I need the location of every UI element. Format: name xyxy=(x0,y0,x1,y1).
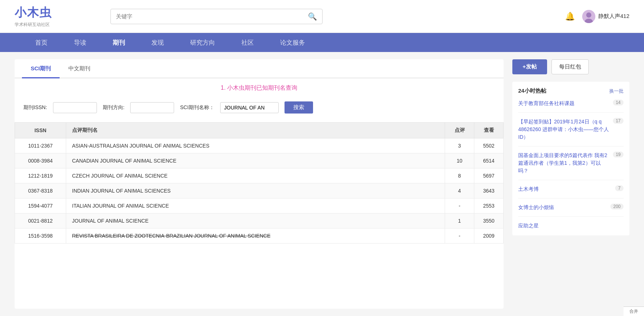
cell-view: 6514 xyxy=(474,153,504,168)
search-box: 🔍 xyxy=(110,9,323,24)
direction-input[interactable] xyxy=(130,102,174,113)
cell-review: 10 xyxy=(445,153,474,168)
cell-review: 3 xyxy=(445,138,474,153)
table-row[interactable]: 0008-3984CANADIAN JOURNAL OF ANIMAL SCIE… xyxy=(15,153,504,168)
nav-home[interactable]: 首页 xyxy=(22,33,61,52)
cell-issn: 1516-3598 xyxy=(15,228,66,243)
hot-post-item: 土木考博7 xyxy=(518,185,624,198)
logo-text: 小木虫 xyxy=(15,5,52,21)
nav-journal[interactable]: 期刊 xyxy=(99,33,138,52)
refresh-link[interactable]: 换一批 xyxy=(609,88,624,94)
post-button[interactable]: +发帖 xyxy=(512,59,547,74)
user-menu[interactable]: 静默人声412 xyxy=(582,10,629,23)
issn-label: 期刊ISSN: xyxy=(23,104,47,111)
search-input[interactable] xyxy=(116,13,308,19)
journal-table: ISSN 点评期刊名 点评 查看 1011-2367ASIAN-AUSTRALA… xyxy=(15,122,504,243)
announcement-link[interactable]: 1. 小木虫期刊已知期刊名查询 xyxy=(221,85,298,91)
avatar xyxy=(582,10,595,23)
table-row[interactable]: 1516-3598REVISTA BRASILEIRA DE ZOOTECNIA… xyxy=(15,228,504,243)
table-row[interactable]: 1594-4077ITALIAN JOURNAL OF ANIMAL SCIEN… xyxy=(15,198,504,213)
cell-issn: 0367-8318 xyxy=(15,183,66,198)
cell-journal-name[interactable]: ITALIAN JOURNAL OF ANIMAL SCIENCE xyxy=(66,198,445,213)
hot-post-item: 应助之星 xyxy=(518,222,624,230)
cell-review: - xyxy=(445,228,474,243)
hot-posts-panel: 24小时热帖 换一批 关于教育部任务社科课题14【早起签到贴】2019年1月24… xyxy=(512,82,629,235)
tab-chinese[interactable]: 中文期刊 xyxy=(60,59,99,78)
cell-issn: 0008-3984 xyxy=(15,153,66,168)
svg-point-1 xyxy=(586,12,591,18)
cell-journal-name[interactable]: JOURNAL OF ANIMAL SCIENCE xyxy=(66,213,445,228)
hot-post-count: 200 xyxy=(610,204,624,209)
hot-post-count: 14 xyxy=(613,100,624,105)
hot-posts-title: 24小时热帖 xyxy=(518,88,546,94)
sidebar: +发帖 每日红包 24小时热帖 换一批 关于教育部任务社科课题14【早起签到贴】… xyxy=(512,59,629,309)
header-right: 🔔 静默人声412 xyxy=(565,10,629,23)
hot-post-text[interactable]: 关于教育部任务社科课题 xyxy=(518,100,609,107)
logo-sub: 学术科研互动社区 xyxy=(15,22,52,28)
cell-issn: 1594-4077 xyxy=(15,198,66,213)
cell-view: 5697 xyxy=(474,168,504,183)
hot-post-text[interactable]: 应助之星 xyxy=(518,222,624,230)
hot-post-item: 女博士的小烦恼200 xyxy=(518,204,624,217)
logo-area: 小木虫 学术科研互动社区 xyxy=(15,5,52,28)
cell-review: - xyxy=(445,198,474,213)
search-submit-btn[interactable]: 搜索 xyxy=(285,101,313,114)
bell-icon[interactable]: 🔔 xyxy=(565,12,575,21)
cell-review: 1 xyxy=(445,213,474,228)
cell-view: 2553 xyxy=(474,198,504,213)
hot-post-text[interactable]: 【早起签到贴】2019年1月24日（q q 48626260 进群申请：小木虫—… xyxy=(518,118,609,141)
content-area: SCI期刊 中文期刊 1. 小木虫期刊已知期刊名查询 期刊ISSN: 期刊方向:… xyxy=(15,59,504,309)
announcement: 1. 小木虫期刊已知期刊名查询 xyxy=(15,78,504,96)
hot-posts-header: 24小时热帖 换一批 xyxy=(518,88,624,94)
name-input[interactable] xyxy=(220,102,279,113)
journal-search-form: 期刊ISSN: 期刊方向: SCI期刊名称： 搜索 xyxy=(15,96,504,119)
cell-issn: 1011-2367 xyxy=(15,138,66,153)
nav-discover[interactable]: 发现 xyxy=(138,33,177,52)
cell-journal-name[interactable]: CZECH JOURNAL OF ANIMAL SCIENCE xyxy=(66,168,445,183)
issn-input[interactable] xyxy=(53,102,97,113)
nav-research[interactable]: 研究方向 xyxy=(177,33,228,52)
nav-guide[interactable]: 导读 xyxy=(61,33,99,52)
cell-issn: 0021-8812 xyxy=(15,213,66,228)
tab-sci[interactable]: SCI期刊 xyxy=(22,59,60,78)
table-row[interactable]: 1212-1819CZECH JOURNAL OF ANIMAL SCIENCE… xyxy=(15,168,504,183)
cell-journal-name[interactable]: ASIAN-AUSTRALASIAN JOURNAL OF ANIMAL SCI… xyxy=(66,138,445,153)
header: 小木虫 学术科研互动社区 🔍 🔔 静默人声412 xyxy=(0,0,644,33)
table-row[interactable]: 0021-8812JOURNAL OF ANIMAL SCIENCE13550 xyxy=(15,213,504,228)
table-row[interactable]: 0367-8318INDIAN JOURNAL OF ANIMAL SCIENC… xyxy=(15,183,504,198)
hot-post-text[interactable]: 土木考博 xyxy=(518,185,611,193)
table-row[interactable]: 1011-2367ASIAN-AUSTRALASIAN JOURNAL OF A… xyxy=(15,138,504,153)
cell-journal-name[interactable]: REVISTA BRASILEIRA DE ZOOTECNIA-BRAZILIA… xyxy=(66,228,445,243)
redpack-button[interactable]: 每日红包 xyxy=(551,59,589,74)
nav-paper-service[interactable]: 论文服务 xyxy=(267,33,318,52)
cell-view: 3550 xyxy=(474,213,504,228)
col-header-name: 点评期刊名 xyxy=(66,123,445,138)
cell-review: 4 xyxy=(445,183,474,198)
search-button[interactable]: 🔍 xyxy=(308,12,317,21)
direction-label: 期刊方向: xyxy=(103,104,125,111)
cell-journal-name[interactable]: INDIAN JOURNAL OF ANIMAL SCIENCES xyxy=(66,183,445,198)
hot-post-count: 19 xyxy=(613,152,624,157)
hot-post-count: 17 xyxy=(613,118,624,124)
hot-post-text[interactable]: 女博士的小烦恼 xyxy=(518,204,607,211)
cell-review: 8 xyxy=(445,168,474,183)
cell-journal-name[interactable]: CANADIAN JOURNAL OF ANIMAL SCIENCE xyxy=(66,153,445,168)
col-header-review: 点评 xyxy=(445,123,474,138)
hot-post-text[interactable]: 国基金面上项目要求的5篇代表作 我有2篇通讯作者（学生第1，我第2）可以吗？ xyxy=(518,152,609,175)
hot-posts-list: 关于教育部任务社科课题14【早起签到贴】2019年1月24日（q q 48626… xyxy=(518,100,624,230)
hot-post-count: 7 xyxy=(615,185,624,191)
hot-post-item: 国基金面上项目要求的5篇代表作 我有2篇通讯作者（学生第1，我第2）可以吗？19 xyxy=(518,152,624,180)
table-header-row: ISSN 点评期刊名 点评 查看 xyxy=(15,123,504,138)
cell-view: 3643 xyxy=(474,183,504,198)
hot-post-item: 关于教育部任务社科课题14 xyxy=(518,100,624,113)
cell-view: 5502 xyxy=(474,138,504,153)
taskbar-label: 合并 xyxy=(629,309,638,314)
sidebar-actions: +发帖 每日红包 xyxy=(512,59,629,74)
username: 静默人声412 xyxy=(598,13,629,20)
hot-post-item: 【早起签到贴】2019年1月24日（q q 48626260 进群申请：小木虫—… xyxy=(518,118,624,146)
taskbar-hint: 合并 xyxy=(624,306,644,316)
cell-issn: 1212-1819 xyxy=(15,168,66,183)
nav-community[interactable]: 社区 xyxy=(228,33,267,52)
col-header-view: 查看 xyxy=(474,123,504,138)
nav-bar: 首页 导读 期刊 发现 研究方向 社区 论文服务 xyxy=(0,33,644,52)
